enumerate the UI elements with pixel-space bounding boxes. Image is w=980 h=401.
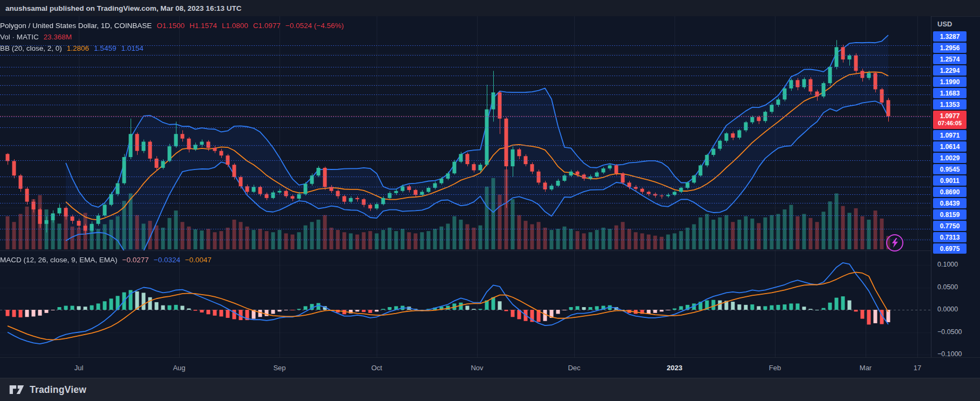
tradingview-wordmark[interactable]: TradingView [30, 384, 86, 396]
macd-axis-tick: 0.0500 [937, 283, 958, 291]
time-axis-label: 17 [914, 364, 921, 372]
current-price-value: 1.0977 [940, 113, 960, 120]
current-price-label[interactable]: 1.097707:46:05 [933, 111, 967, 129]
price-level-label[interactable]: 1.2574 [933, 54, 967, 64]
lightning-sticker-icon[interactable] [886, 234, 903, 252]
price-level-label[interactable]: 0.9011 [933, 175, 967, 186]
price-level-label-stack: 1.32871.29561.25741.22941.19901.16831.13… [931, 30, 980, 254]
attribution-text: anushsamal published on TradingView.com,… [5, 4, 241, 12]
currency-label: USD [937, 20, 952, 28]
time-axis-label: Aug [173, 364, 185, 372]
time-axis-label: Jul [74, 364, 84, 372]
bar-countdown-timer: 07:46:05 [938, 120, 962, 127]
time-axis-label: Dec [568, 364, 580, 372]
price-level-label[interactable]: 1.1353 [933, 99, 967, 110]
price-chart-canvas[interactable] [0, 16, 931, 357]
price-level-label[interactable]: 1.0029 [933, 153, 967, 163]
symbol-legend-row[interactable]: Polygon / United States Dollar, 1D, COIN… [0, 22, 344, 30]
bollinger-legend-row[interactable]: BB (20, close, 2, 0) 1.2806 1.5459 1.015… [0, 44, 144, 52]
price-level-label[interactable]: 0.6975 [933, 243, 967, 254]
macd-axis-tick: 0.0000 [937, 305, 958, 313]
volume-label: Vol · MATIC [0, 33, 39, 41]
time-axis-label: Nov [471, 364, 483, 372]
price-level-label[interactable]: 1.1683 [933, 88, 967, 98]
price-level-label[interactable]: 0.7750 [933, 221, 967, 231]
volume-value: 23.368M [44, 33, 72, 41]
ohlc-close: C1.0977 [253, 22, 281, 30]
bollinger-basis-value: 1.2806 [67, 44, 89, 52]
ohlc-low: L1.0800 [222, 22, 248, 30]
time-axis-label: 2023 [667, 364, 683, 372]
macd-legend-row[interactable]: MACD (12, 26, close, 9, EMA, EMA) −0.027… [0, 256, 212, 264]
tradingview-snapshot: anushsamal published on TradingView.com,… [0, 0, 980, 401]
price-level-label[interactable]: 0.8690 [933, 187, 967, 197]
ohlc-open: O1.1500 [156, 22, 185, 30]
macd-axis-tick: 0.1000 [937, 261, 958, 268]
price-level-label[interactable]: 0.9545 [933, 164, 967, 174]
time-axis[interactable]: JulAugSepOctNovDec2023FebMar17 [0, 357, 980, 378]
time-axis-label: Oct [371, 364, 382, 372]
ohlc-high: H1.1574 [189, 22, 217, 30]
bollinger-upper-value: 1.5459 [94, 44, 116, 52]
price-level-label[interactable]: 0.7313 [933, 232, 967, 242]
ohlc-change: −0.0524 (−4.56%) [285, 22, 344, 30]
bollinger-lower-value: 1.0154 [121, 44, 143, 52]
price-level-label[interactable]: 1.3287 [933, 31, 967, 42]
time-axis-label: Sep [273, 364, 285, 372]
price-axis[interactable]: USD 1.32871.29561.25741.22941.19901.1683… [931, 16, 980, 357]
macd-histogram-value: −0.0277 [122, 256, 149, 264]
time-axis-label: Feb [769, 364, 781, 372]
macd-signal-value: −0.0047 [185, 256, 212, 264]
price-level-label[interactable]: 1.1990 [933, 77, 967, 87]
price-level-label[interactable]: 1.0614 [933, 141, 967, 152]
symbol-title: Polygon / United States Dollar, 1D, COIN… [0, 22, 152, 30]
macd-axis-tick: −0.1000 [937, 350, 962, 358]
macd-line-value: −0.0324 [154, 256, 180, 264]
time-axis-label: Mar [860, 364, 872, 372]
attribution-bar: anushsamal published on TradingView.com,… [0, 0, 980, 17]
price-level-label[interactable]: 1.2956 [933, 43, 967, 53]
bollinger-label: BB (20, close, 2, 0) [0, 44, 62, 52]
macd-label: MACD (12, 26, close, 9, EMA, EMA) [0, 256, 118, 264]
price-level-label[interactable]: 0.8159 [933, 209, 967, 220]
footer-bar: TradingView [0, 378, 980, 401]
price-level-label[interactable]: 1.0971 [933, 130, 967, 140]
price-level-label[interactable]: 0.8439 [933, 198, 967, 208]
lightning-bolt-icon [890, 237, 900, 249]
volume-legend-row[interactable]: Vol · MATIC 23.368M [0, 33, 72, 41]
price-level-label[interactable]: 1.2294 [933, 65, 967, 76]
tradingview-logo-icon[interactable] [9, 383, 25, 396]
macd-axis-tick: −0.0500 [937, 328, 962, 336]
